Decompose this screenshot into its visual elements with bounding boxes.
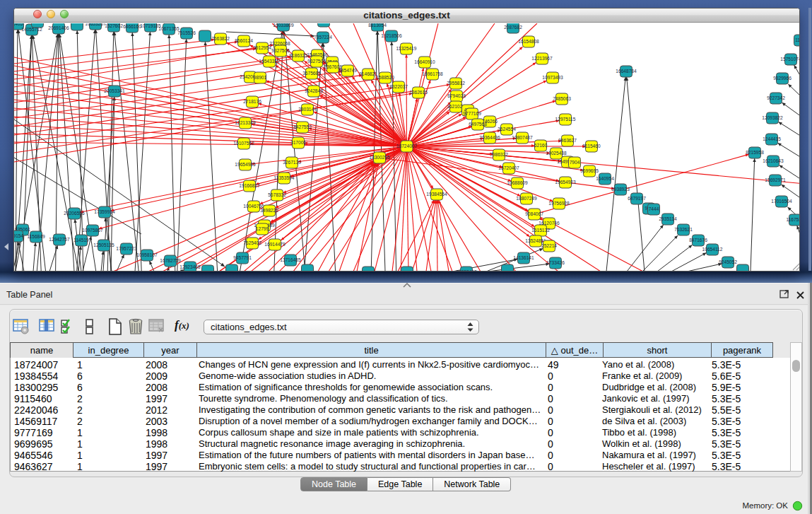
svg-text:8215958: 8215958 xyxy=(746,150,764,155)
svg-text:8427552: 8427552 xyxy=(293,124,312,129)
svg-text:10654112: 10654112 xyxy=(702,247,723,252)
svg-text:9327506: 9327506 xyxy=(271,48,290,53)
svg-text:8938923: 8938923 xyxy=(611,187,630,192)
svg-text:9084067: 9084067 xyxy=(525,211,543,216)
svg-text:16154808: 16154808 xyxy=(518,39,539,44)
svg-text:1156849: 1156849 xyxy=(27,234,45,239)
svg-text:15692971: 15692971 xyxy=(765,177,786,182)
svg-text:17016504: 17016504 xyxy=(771,199,792,204)
svg-text:2803144: 2803144 xyxy=(298,107,317,112)
svg-text:12975115: 12975115 xyxy=(555,117,576,122)
svg-text:9777169: 9777169 xyxy=(463,111,481,116)
svg-text:16543312: 16543312 xyxy=(259,59,280,64)
svg-text:6479197: 6479197 xyxy=(628,196,646,201)
svg-text:7444: 7444 xyxy=(649,206,659,211)
svg-text:16640910: 16640910 xyxy=(414,59,435,64)
svg-text:8322037: 8322037 xyxy=(389,84,408,89)
svg-text:2935114: 2935114 xyxy=(659,216,677,221)
svg-text:10807487: 10807487 xyxy=(512,135,533,140)
svg-text:20206556: 20206556 xyxy=(64,211,85,216)
svg-text:9329966: 9329966 xyxy=(773,76,792,81)
svg-text:8471676: 8471676 xyxy=(689,238,707,243)
svg-text:7625402: 7625402 xyxy=(243,240,261,245)
svg-text:16107552: 16107552 xyxy=(233,141,254,146)
svg-text:9463627: 9463627 xyxy=(558,138,577,143)
svg-text:18300295: 18300295 xyxy=(369,155,390,160)
svg-text:7986322: 7986322 xyxy=(490,152,508,157)
svg-text:8813054: 8813054 xyxy=(368,23,387,28)
svg-text:1112: 1112 xyxy=(795,37,799,42)
svg-text:15720407: 15720407 xyxy=(498,165,519,170)
svg-text:62160: 62160 xyxy=(534,143,548,148)
svg-text:2087682: 2087682 xyxy=(504,25,522,30)
svg-text:12093822: 12093822 xyxy=(762,115,783,120)
svg-text:5678332: 5678332 xyxy=(268,192,286,197)
svg-text:16033809: 16033809 xyxy=(273,23,294,28)
svg-text:12213349: 12213349 xyxy=(235,120,256,125)
svg-text:7904: 7904 xyxy=(570,160,580,165)
svg-text:10973493: 10973493 xyxy=(542,75,563,80)
svg-text:7955812: 7955812 xyxy=(447,81,465,86)
svg-text:9227342: 9227342 xyxy=(767,95,785,100)
svg-text:18807249: 18807249 xyxy=(516,196,537,201)
svg-text:12923468: 12923468 xyxy=(180,264,201,269)
svg-text:9115460: 9115460 xyxy=(582,144,601,148)
svg-text:9242848: 9242848 xyxy=(305,88,323,93)
svg-text:9245052: 9245052 xyxy=(719,259,737,264)
svg-text:39154: 39154 xyxy=(14,233,23,238)
svg-text:7515526: 7515526 xyxy=(177,30,196,35)
svg-text:8454749: 8454749 xyxy=(339,68,357,73)
svg-text:3624554: 3624554 xyxy=(498,127,516,132)
svg-text:7632621: 7632621 xyxy=(674,227,693,232)
svg-text:10688609: 10688609 xyxy=(507,180,528,185)
svg-text:12213967: 12213967 xyxy=(531,56,553,61)
svg-text:10671355: 10671355 xyxy=(158,26,180,31)
svg-text:10025438: 10025438 xyxy=(546,151,567,156)
svg-text:1244415: 1244415 xyxy=(763,136,781,141)
svg-text:16648784: 16648784 xyxy=(616,69,637,74)
svg-text:9699695: 9699695 xyxy=(580,168,599,173)
svg-text:12799: 12799 xyxy=(256,226,269,231)
svg-text:7663822: 7663822 xyxy=(211,36,230,41)
svg-text:16210643: 16210643 xyxy=(763,158,784,163)
svg-text:12923468: 12923468 xyxy=(456,269,477,271)
svg-text:19218506: 19218506 xyxy=(381,33,402,38)
svg-text:15751074: 15751074 xyxy=(780,57,799,62)
svg-text:9146821: 9146821 xyxy=(359,71,377,76)
svg-text:17957223: 17957223 xyxy=(116,246,137,251)
svg-text:19384554: 19384554 xyxy=(426,192,447,197)
svg-text:114519: 114519 xyxy=(73,238,89,243)
svg-text:3675685: 3675685 xyxy=(302,71,321,76)
svg-text:3912954: 3912954 xyxy=(253,45,271,50)
svg-text:19166827: 19166827 xyxy=(239,183,260,188)
svg-text:1405: 1405 xyxy=(14,23,23,26)
svg-text:14136141: 14136141 xyxy=(513,255,534,260)
svg-text:6794028: 6794028 xyxy=(447,93,466,98)
svg-text:20053341: 20053341 xyxy=(104,88,125,93)
svg-text:8186325: 8186325 xyxy=(289,53,307,58)
svg-text:1167533: 1167533 xyxy=(786,217,799,222)
svg-text:20691406: 20691406 xyxy=(48,25,69,30)
svg-text:1615132: 1615132 xyxy=(531,228,550,233)
svg-text:17359914: 17359914 xyxy=(94,209,115,214)
svg-text:20364436: 20364436 xyxy=(479,135,500,140)
svg-text:1588520: 1588520 xyxy=(376,75,394,80)
svg-text:11353594: 11353594 xyxy=(274,175,295,180)
svg-text:317006: 317006 xyxy=(290,140,306,145)
svg-text:19654923: 19654923 xyxy=(555,180,576,185)
svg-text:1733426: 1733426 xyxy=(546,260,565,265)
svg-text:11325419: 11325419 xyxy=(396,46,417,51)
svg-text:16782759: 16782759 xyxy=(160,258,181,263)
svg-text:1362615: 1362615 xyxy=(409,90,428,95)
svg-text:16914479: 16914479 xyxy=(264,242,286,247)
svg-text:6466160: 6466160 xyxy=(123,24,141,29)
svg-text:6497568: 6497568 xyxy=(469,122,487,127)
svg-text:9327506: 9327506 xyxy=(307,59,326,64)
svg-text:2718176: 2718176 xyxy=(243,99,261,104)
svg-text:3267130: 3267130 xyxy=(283,160,301,165)
svg-text:1640954: 1640954 xyxy=(596,176,614,181)
svg-text:12505135: 12505135 xyxy=(93,243,114,247)
svg-text:7357224: 7357224 xyxy=(314,35,332,40)
svg-text:1527602: 1527602 xyxy=(105,23,123,28)
svg-text:10653267: 10653267 xyxy=(85,23,106,26)
